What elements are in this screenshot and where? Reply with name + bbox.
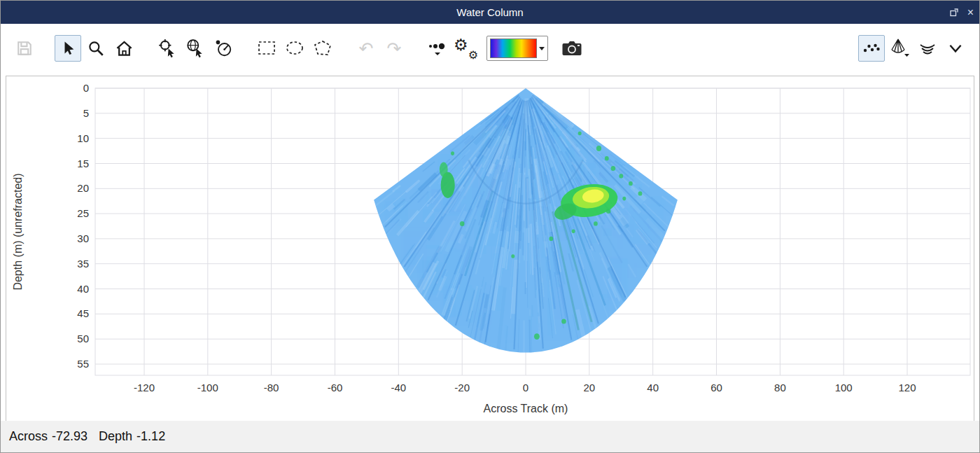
svg-text:15: 15 <box>77 158 89 169</box>
chevron-down-icon <box>539 47 545 50</box>
svg-text:45: 45 <box>77 307 89 319</box>
home-icon <box>115 39 134 58</box>
globe-cursor-icon <box>186 39 205 58</box>
svg-text:80: 80 <box>774 382 786 393</box>
view-stacked-button[interactable] <box>914 35 941 62</box>
svg-text:0: 0 <box>83 82 89 94</box>
toolbar: ↶ ↷ ⚙ ⚙ <box>1 24 979 73</box>
x-axis-label: Across Track (m) <box>484 403 568 414</box>
stacked-arcs-icon <box>918 39 937 57</box>
svg-text:-80: -80 <box>264 382 279 393</box>
pick-geographic-button[interactable] <box>182 35 209 62</box>
svg-text:-100: -100 <box>197 382 218 393</box>
dots-dropdown-icon <box>427 38 448 59</box>
svg-text:50: 50 <box>77 333 89 344</box>
toolbar-right-group <box>858 35 969 62</box>
float-window-button[interactable] <box>949 8 959 18</box>
save-button[interactable] <box>11 35 38 62</box>
view-points-button[interactable] <box>858 35 885 62</box>
scatter-dots-icon <box>862 40 881 57</box>
svg-text:20: 20 <box>77 182 89 194</box>
depth-label: Depth <box>99 429 132 444</box>
depth-value: -1.12 <box>136 429 165 444</box>
svg-text:100: 100 <box>835 382 853 393</box>
svg-text:60: 60 <box>710 382 722 393</box>
select-cursor-button[interactable] <box>55 35 81 62</box>
svg-text:20: 20 <box>583 382 595 393</box>
dashed-polygon-icon <box>313 39 332 57</box>
camera-icon <box>561 39 582 57</box>
measure-icon <box>214 39 233 58</box>
svg-text:-120: -120 <box>134 382 155 393</box>
dashed-rectangle-icon <box>257 39 276 57</box>
svg-text:0: 0 <box>523 382 528 393</box>
titlebar[interactable]: Water Column × <box>1 1 979 24</box>
select-polygon-button[interactable] <box>309 35 336 62</box>
colormap-swatch-icon <box>490 39 537 58</box>
across-label: Across <box>9 429 48 444</box>
close-window-button[interactable]: × <box>967 7 974 18</box>
float-icon <box>949 8 959 18</box>
colormap-select[interactable] <box>486 36 548 61</box>
snapshot-button[interactable] <box>559 35 585 62</box>
view-fan-button[interactable] <box>886 35 913 62</box>
pick-point-button[interactable] <box>154 35 181 62</box>
gears-icon: ⚙ ⚙ <box>455 38 476 59</box>
redo-icon: ↷ <box>387 40 402 57</box>
svg-text:40: 40 <box>77 283 89 295</box>
zoom-button[interactable] <box>83 35 109 62</box>
target-target-left-upper <box>440 162 448 176</box>
point-display-options-button[interactable] <box>424 35 451 62</box>
close-icon: × <box>967 7 974 18</box>
fan-dropdown-icon <box>888 38 911 59</box>
magnifier-icon <box>87 39 105 57</box>
redo-button[interactable]: ↷ <box>381 35 407 62</box>
svg-text:-40: -40 <box>391 382 406 393</box>
home-view-button[interactable] <box>111 35 137 62</box>
svg-text:-20: -20 <box>454 382 470 393</box>
window-title: Water Column <box>456 6 523 18</box>
more-tools-button[interactable] <box>942 35 969 62</box>
cursor-arrow-icon <box>59 40 76 57</box>
settings-button[interactable]: ⚙ ⚙ <box>452 35 479 62</box>
statusbar: Across -72.93 Depth -1.12 <box>1 421 979 452</box>
across-value: -72.93 <box>52 429 88 444</box>
chevron-down-icon <box>946 39 965 57</box>
undo-icon: ↶ <box>359 40 374 57</box>
svg-text:25: 25 <box>77 207 89 219</box>
svg-text:-60: -60 <box>328 382 343 393</box>
crosshair-cursor-icon <box>158 39 177 58</box>
svg-text:55: 55 <box>77 358 89 370</box>
svg-text:35: 35 <box>77 258 89 270</box>
undo-button[interactable]: ↶ <box>353 35 379 62</box>
measure-button[interactable] <box>210 35 237 62</box>
plot-svg[interactable]: 0510152025303540455055-120-100-80-60-40-… <box>6 76 974 421</box>
select-ellipse-button[interactable] <box>281 35 308 62</box>
svg-text:30: 30 <box>77 232 89 244</box>
window-controls: × <box>949 1 974 24</box>
svg-text:5: 5 <box>83 107 89 119</box>
water-column-view[interactable]: 0510152025303540455055-120-100-80-60-40-… <box>6 76 974 421</box>
svg-text:40: 40 <box>647 382 659 393</box>
svg-text:120: 120 <box>898 382 916 393</box>
water-column-window: Water Column × <box>0 0 980 453</box>
dashed-ellipse-icon <box>285 39 304 57</box>
select-rectangle-button[interactable] <box>253 35 280 62</box>
y-axis-label: Depth (m) (unrefracted) <box>12 173 24 290</box>
svg-text:10: 10 <box>77 132 89 144</box>
save-icon <box>15 39 34 58</box>
